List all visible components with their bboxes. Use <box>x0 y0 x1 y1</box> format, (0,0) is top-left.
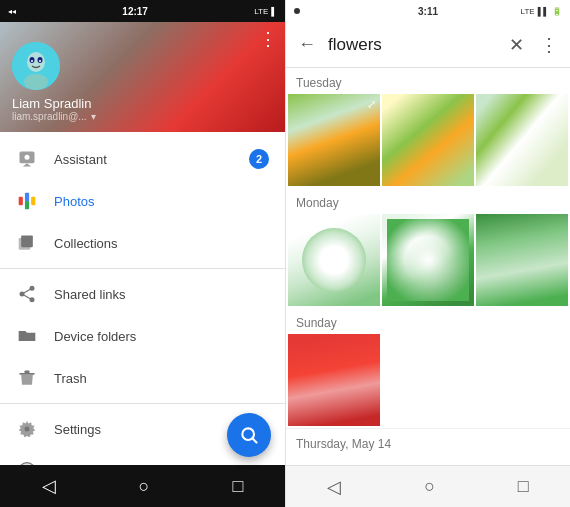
expand-icon: ⤢ <box>367 98 376 111</box>
battery-icon: ▌ <box>271 7 277 16</box>
dropdown-arrow-icon[interactable]: ▾ <box>91 111 96 122</box>
trash-label: Trash <box>54 371 269 386</box>
svg-point-17 <box>30 297 35 302</box>
close-search-button[interactable]: ✕ <box>505 30 528 60</box>
recent-button-right[interactable]: □ <box>518 476 529 497</box>
svg-point-5 <box>39 60 41 62</box>
search-fab[interactable] <box>227 413 271 457</box>
bottom-bar-right: ◁ ○ □ <box>286 465 570 507</box>
shared-links-label: Shared links <box>54 287 269 302</box>
photos-label: Photos <box>54 194 269 209</box>
left-status-icons: ◂◂ <box>8 7 16 16</box>
section-label-sunday: Sunday <box>286 308 570 334</box>
sidebar-item-collections[interactable]: Collections <box>0 222 285 264</box>
sunday-grid <box>286 334 570 428</box>
section-label-tuesday: Tuesday <box>286 68 570 94</box>
collections-icon <box>16 232 38 254</box>
signal-bars-icon: ▌▌ <box>538 7 549 16</box>
home-button-left[interactable]: ○ <box>139 476 150 497</box>
nav-divider-2 <box>0 403 285 404</box>
sidebar-item-photos[interactable]: Photos <box>0 180 285 222</box>
device-folders-label: Device folders <box>54 329 269 344</box>
svg-rect-10 <box>25 193 29 201</box>
search-query-title: flowers <box>328 35 497 55</box>
right-time: 3:11 <box>418 6 438 17</box>
nav-divider-1 <box>0 268 285 269</box>
bottom-date-label: Thursday, May 14 <box>286 428 570 459</box>
svg-point-8 <box>25 155 30 160</box>
left-panel: ◂◂ 12:17 LTE ▌ ⋮ <box>0 0 285 507</box>
svg-point-15 <box>30 286 35 291</box>
svg-point-6 <box>24 74 48 90</box>
menu-dots-button[interactable]: ⋮ <box>259 28 277 50</box>
photo-thumb[interactable] <box>288 214 380 306</box>
photo-thumb[interactable] <box>476 94 568 186</box>
collections-label: Collections <box>54 236 269 251</box>
assistant-badge: 2 <box>249 149 269 169</box>
trash-icon <box>16 367 38 389</box>
photo-thumb[interactable] <box>382 214 474 306</box>
status-bar-left: ◂◂ 12:17 LTE ▌ <box>0 0 285 22</box>
right-panel: 3:11 LTE ▌▌ 🔋 ← flowers ✕ ⋮ Tuesday ⤢ Mo… <box>285 0 570 507</box>
svg-rect-20 <box>20 373 35 375</box>
sidebar-item-shared-links[interactable]: Shared links <box>0 273 285 315</box>
search-bar: ← flowers ✕ ⋮ <box>286 22 570 68</box>
back-button-right[interactable]: ◁ <box>327 476 341 498</box>
monday-grid <box>286 214 570 308</box>
user-email-row: liam.spradlin@... ▾ <box>12 111 273 122</box>
assistant-label: Assistant <box>54 152 233 167</box>
help-label: Help & feedback <box>54 464 269 466</box>
battery-right-icon: 🔋 <box>552 7 562 16</box>
recent-button-left[interactable]: □ <box>233 476 244 497</box>
left-time: 12:17 <box>122 6 148 17</box>
photo-thumb[interactable] <box>476 214 568 306</box>
bottom-bar-left: ◁ ○ □ <box>0 465 285 507</box>
signal-dot <box>294 8 300 14</box>
sidebar-item-assistant[interactable]: Assistant 2 <box>0 138 285 180</box>
section-label-monday: Monday <box>286 188 570 214</box>
settings-icon <box>16 418 38 440</box>
photos-icon <box>16 190 38 212</box>
left-signal-icons: LTE ▌ <box>254 7 277 16</box>
svg-point-4 <box>31 60 33 62</box>
avatar[interactable] <box>12 42 60 90</box>
svg-line-19 <box>22 294 32 300</box>
right-status-icons: LTE ▌▌ 🔋 <box>521 7 562 16</box>
svg-rect-14 <box>21 236 33 248</box>
back-button-left[interactable]: ◁ <box>42 475 56 497</box>
more-options-button[interactable]: ⋮ <box>536 30 562 60</box>
svg-rect-11 <box>31 197 35 205</box>
svg-line-18 <box>22 288 32 294</box>
photo-thumb[interactable] <box>382 94 474 186</box>
svg-rect-12 <box>25 201 29 209</box>
svg-point-1 <box>27 52 45 72</box>
notification-icon: ◂◂ <box>8 7 16 16</box>
device-folders-icon <box>16 325 38 347</box>
user-email: liam.spradlin@... <box>12 111 87 122</box>
sidebar-item-device-folders[interactable]: Device folders <box>0 315 285 357</box>
sidebar-item-trash[interactable]: Trash <box>0 357 285 399</box>
profile-header: ⋮ Liam Spradlin liam.spradlin@... ▾ <box>0 22 285 132</box>
assistant-icon <box>16 148 38 170</box>
lte-icon: LTE <box>521 7 535 16</box>
help-icon: ? <box>16 460 38 465</box>
shared-links-icon <box>16 283 38 305</box>
status-bar-right: 3:11 LTE ▌▌ 🔋 <box>286 0 570 22</box>
back-search-button[interactable]: ← <box>294 30 320 59</box>
photo-content: Tuesday ⤢ Monday Sunday Thursday, May 14 <box>286 68 570 465</box>
svg-rect-9 <box>19 197 23 205</box>
signal-icon: LTE <box>254 7 268 16</box>
tuesday-grid: ⤢ <box>286 94 570 188</box>
user-name: Liam Spradlin <box>12 96 273 111</box>
photo-thumb[interactable] <box>288 334 380 426</box>
svg-line-27 <box>252 438 256 442</box>
svg-rect-21 <box>25 371 30 374</box>
home-button-right[interactable]: ○ <box>424 476 435 497</box>
photo-thumb[interactable]: ⤢ <box>288 94 380 186</box>
